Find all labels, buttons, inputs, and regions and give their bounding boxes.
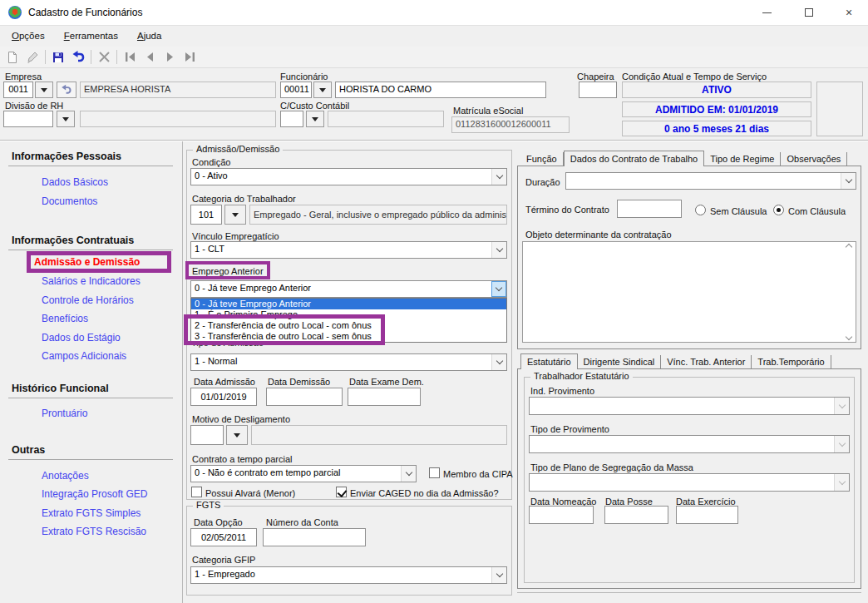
tipo-provimento-dropdown-button[interactable]: [834, 436, 849, 452]
previous-record-button[interactable]: [140, 48, 160, 67]
ccusto-dropdown-button[interactable]: [306, 111, 324, 127]
possui-alvara-checkbox[interactable]: [191, 487, 202, 497]
termino-contrato-field[interactable]: [617, 200, 682, 218]
estatutario-tab-bar: Estatutário Dirigente Sindical Vínc. Tra…: [520, 353, 831, 369]
first-record-button[interactable]: [120, 48, 140, 67]
dropdown-option-1[interactable]: 1 - É o Primeiro Emprego: [191, 309, 506, 320]
data-posse-field[interactable]: [604, 506, 668, 524]
last-record-button[interactable]: [180, 48, 200, 67]
sidebar-item-prontuario[interactable]: Prontuário: [42, 408, 87, 419]
tipo-admissao-combobox[interactable]: 1 - Normal: [190, 353, 507, 371]
tipo-provimento-combobox[interactable]: [529, 435, 850, 453]
tab-observacoes[interactable]: Observações: [781, 152, 847, 166]
condicao-combobox[interactable]: 0 - Ativo: [190, 168, 507, 185]
ind-provimento-dropdown-button[interactable]: [834, 398, 849, 414]
sidebar-item-beneficios[interactable]: Benefícios: [42, 313, 88, 324]
sem-clausula-radio[interactable]: [695, 205, 706, 215]
numero-conta-field[interactable]: [263, 528, 366, 546]
sidebar-item-extrato-fgts-simples[interactable]: Extrato FGTS Simples: [42, 507, 141, 519]
tab-tipo-regime[interactable]: Tipo de Regime: [704, 152, 781, 166]
emprego-anterior-combobox[interactable]: 0 - Já teve Emprego Anterior: [190, 280, 507, 298]
ind-provimento-combobox[interactable]: [529, 397, 850, 415]
sidebar-item-extrato-fgts-rescisao[interactable]: Extrato FGTS Rescisão: [42, 526, 146, 537]
duracao-dropdown-button[interactable]: [841, 173, 856, 189]
categoria-code-field[interactable]: 101: [190, 205, 222, 225]
chevron-down-icon: [845, 176, 851, 183]
data-exercicio-field[interactable]: [676, 506, 738, 524]
chevron-down-icon: [838, 477, 845, 484]
dropdown-option-3[interactable]: 3 - Transferência de outro Local - sem ô…: [191, 331, 506, 342]
funcionario-name-field[interactable]: HORISTA DO CARMO: [335, 82, 546, 98]
close-button[interactable]: ×: [830, 0, 868, 25]
tab-dados-contrato[interactable]: Dados do Contrato de Trabalho: [564, 151, 705, 166]
categoria-gfip-dropdown-button[interactable]: [491, 567, 506, 583]
sidebar-item-campos-adicionais[interactable]: Campos Adicionais: [42, 350, 126, 362]
motivo-code-field[interactable]: [190, 425, 224, 445]
vinculo-combobox[interactable]: 1 - CLT: [190, 241, 507, 259]
funcionario-dropdown-button[interactable]: [313, 82, 332, 98]
categoria-dropdown-button[interactable]: [224, 205, 246, 225]
new-document-button[interactable]: [2, 48, 22, 67]
data-demissao-field[interactable]: [266, 388, 343, 406]
com-clausula-radio[interactable]: [773, 205, 784, 215]
sidebar-item-dados-estagio[interactable]: Dados do Estágio: [42, 332, 121, 344]
duracao-combobox[interactable]: [565, 172, 856, 190]
minimize-button[interactable]: [747, 0, 786, 25]
vinculo-dropdown-button[interactable]: [491, 242, 506, 258]
chapeira-field[interactable]: [579, 82, 617, 98]
motivo-dropdown-button[interactable]: [226, 425, 248, 445]
sidebar-item-controle-horarios[interactable]: Controle de Horários: [42, 294, 134, 306]
tab-estatutario[interactable]: Estatutário: [520, 353, 578, 369]
contrato-parcial-combobox[interactable]: 0 - Não é contrato em tempo parcial: [190, 465, 417, 482]
data-exame-label: Data Exame Dem.: [349, 377, 424, 387]
emprego-anterior-dropdown-button[interactable]: [491, 281, 506, 297]
tab-funcao[interactable]: Função: [520, 152, 564, 166]
menu-ajuda[interactable]: Ajuda: [129, 26, 170, 45]
data-nomeacao-field[interactable]: [529, 506, 594, 524]
data-exame-field[interactable]: [348, 388, 421, 406]
tab-vinc-trab-anterior[interactable]: Vínc. Trab. Anterior: [661, 355, 752, 369]
empresa-dropdown-button[interactable]: [35, 82, 53, 98]
sidebar-item-dados-basicos[interactable]: Dados Básicos: [42, 176, 108, 188]
menu-opcoes[interactable]: Opções: [3, 26, 53, 45]
tab-trab-temporario[interactable]: Trab.Temporário: [752, 355, 831, 369]
sidebar-item-anotacoes[interactable]: Anotações: [42, 470, 89, 482]
enviar-caged-checkbox[interactable]: [336, 487, 347, 497]
tipo-admissao-dropdown-button[interactable]: [491, 354, 506, 370]
next-record-button[interactable]: [160, 48, 180, 67]
tipo-plano-dropdown-button[interactable]: [834, 474, 849, 491]
empresa-refresh-button[interactable]: [57, 82, 76, 98]
edit-button[interactable]: [22, 48, 42, 67]
sidebar-divider: [182, 141, 183, 603]
categoria-gfip-combobox[interactable]: 1 - Empregado: [190, 566, 507, 584]
save-button[interactable]: [48, 48, 68, 67]
maximize-button[interactable]: [790, 0, 828, 25]
chevron-down-icon: [496, 172, 502, 179]
divisao-rh-code-field[interactable]: [3, 111, 53, 127]
sidebar-item-salarios-indicadores[interactable]: Salários e Indicadores: [42, 275, 141, 287]
data-admissao-field[interactable]: 01/01/2019: [190, 388, 257, 406]
dropdown-option-0[interactable]: 0 - Já teve Emprego Anterior: [191, 299, 506, 309]
sidebar-item-documentos[interactable]: Documentos: [42, 195, 97, 207]
objeto-contratacao-label: Objeto determinante da contratação: [525, 230, 672, 240]
funcionario-code-field[interactable]: 00011: [280, 82, 312, 98]
data-opcao-field[interactable]: 02/05/2011: [190, 528, 257, 546]
tab-dirigente-sindical[interactable]: Dirigente Sindical: [578, 355, 662, 369]
dropdown-option-2[interactable]: 2 - Transferência de outro Local - com ô…: [191, 320, 506, 331]
ccusto-code-field[interactable]: [280, 111, 303, 127]
tipo-plano-combobox[interactable]: [529, 473, 850, 492]
undo-button[interactable]: [68, 48, 88, 67]
objeto-contratacao-textarea[interactable]: [522, 241, 856, 343]
condicao-dropdown-button[interactable]: [491, 169, 506, 185]
delete-button[interactable]: [94, 48, 114, 67]
empresa-code-field[interactable]: 0011: [3, 82, 33, 98]
divisao-rh-dropdown-button[interactable]: [57, 111, 75, 127]
contrato-parcial-dropdown-button[interactable]: [401, 466, 416, 482]
menu-ferramentas[interactable]: Ferramentas: [56, 26, 126, 45]
sidebar-item-integracao-ged[interactable]: Integração Prosoft GED: [42, 488, 147, 500]
sidebar-item-admissao-demissao[interactable]: Admissão e Demissão: [34, 256, 140, 268]
textarea-scrollbar[interactable]: [842, 243, 855, 341]
chevron-down-icon: [405, 469, 412, 476]
dropdown-arrow-icon: [232, 213, 239, 217]
membro-cipa-checkbox[interactable]: [429, 467, 440, 478]
